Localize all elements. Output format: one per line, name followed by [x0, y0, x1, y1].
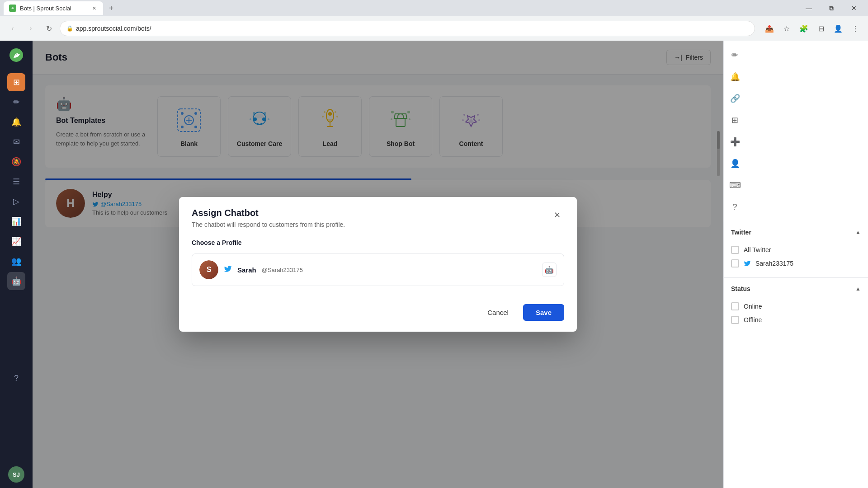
sarah-twitter-option[interactable]: Sarah233175	[731, 257, 861, 270]
profile-row[interactable]: S Sarah @Sarah233175	[192, 253, 564, 286]
sprout-logo[interactable]	[7, 46, 25, 64]
assign-chatbot-modal: Assign Chatbot The chatbot will respond …	[179, 197, 577, 332]
team-icon: 👥	[11, 256, 21, 266]
profile-avatar-initial: S	[199, 260, 218, 279]
right-icon-panel: ✏ 🔔 🔗 ⊞ ➕ 👤 ⌨ ?	[724, 41, 745, 221]
sidebar-item-menu[interactable]: ☰	[7, 173, 25, 191]
compose-icon: ✏	[13, 97, 20, 107]
new-tab-button[interactable]: +	[105, 2, 118, 14]
choose-profile-label: Choose a Profile	[192, 239, 564, 246]
app-container: ⊞ ✏ 🔔 ✉ 🔕 ☰ ▷ 📊 📈 👥 🤖	[0, 41, 868, 488]
back-button[interactable]: ‹	[5, 21, 20, 36]
tab-title: Bots | Sprout Social	[20, 5, 71, 12]
address-bar[interactable]: 🔒 app.sproutsocial.com/bots/	[60, 21, 755, 36]
extension-puzzle-icon[interactable]: 🧩	[797, 21, 811, 36]
bar-chart-icon: 📊	[11, 216, 21, 226]
browser-action-buttons: 📤 ☆ 🧩 ⊟ 👤 ⋮	[762, 21, 863, 36]
twitter-options: All Twitter Sarah233175	[724, 243, 868, 277]
modal-subtitle: The chatbot will respond to customers fr…	[192, 221, 345, 228]
all-twitter-label: All Twitter	[744, 246, 771, 253]
lock-icon: 🔒	[66, 25, 73, 32]
modal-body: Choose a Profile S Sarah @Sarah2	[179, 228, 577, 297]
tab-favicon	[9, 5, 16, 12]
bot-assign-icon: 🤖	[545, 266, 554, 274]
profile-icon[interactable]: 👤	[831, 21, 845, 36]
tab-close-button[interactable]: ✕	[90, 5, 98, 12]
online-status-label: Online	[744, 303, 762, 310]
sarah-twitter-label: Sarah233175	[755, 260, 793, 267]
alert-bell-icon: 🔕	[11, 157, 21, 167]
modal-header: Assign Chatbot The chatbot will respond …	[179, 197, 577, 228]
help-right-icon[interactable]: ?	[728, 200, 742, 214]
window-close-button[interactable]: ✕	[844, 1, 864, 15]
grid-right-icon[interactable]: ⊞	[728, 113, 742, 127]
twitter-chevron-up-icon: ▲	[855, 229, 861, 235]
mail-icon: ✉	[13, 137, 20, 147]
sidebar-item-compose[interactable]: ✏	[7, 93, 25, 111]
status-chevron-up-icon: ▲	[855, 286, 861, 292]
modal-title: Assign Chatbot	[192, 208, 345, 218]
all-twitter-option[interactable]: All Twitter	[731, 243, 861, 257]
user-avatar-button[interactable]: SJ	[8, 466, 24, 483]
link-right-icon[interactable]: 🔗	[728, 91, 742, 106]
all-twitter-checkbox[interactable]	[731, 246, 739, 254]
status-options: Online Offline	[724, 300, 868, 334]
sidebar-item-reports[interactable]: 📈	[7, 232, 25, 250]
profile-name: Sarah	[237, 266, 256, 274]
browser-tab[interactable]: Bots | Sprout Social ✕	[4, 1, 103, 15]
cancel-button[interactable]: Cancel	[478, 304, 518, 321]
sidebar-item-team[interactable]: 👥	[7, 252, 25, 270]
offline-checkbox[interactable]	[731, 316, 739, 324]
bookmark-icon[interactable]: ☆	[779, 21, 794, 36]
sidebar-orange-icon: ⊞	[13, 77, 20, 87]
sidebar-item-help[interactable]: ?	[7, 369, 25, 387]
browser-navigation-bar: ‹ › ↻ 🔒 app.sproutsocial.com/bots/ 📤 ☆ 🧩…	[0, 16, 868, 41]
sidebar-item-notifications[interactable]: 🔔	[7, 113, 25, 131]
save-button[interactable]: Save	[523, 304, 564, 321]
window-controls: — ⧉ ✕	[798, 1, 864, 15]
profile-avatar: S	[199, 260, 218, 279]
browser-titlebar: Bots | Sprout Social ✕ + — ⧉ ✕	[0, 0, 868, 16]
bot-icon: 🤖	[11, 276, 21, 286]
offline-status-option[interactable]: Offline	[731, 313, 861, 327]
offline-status-label: Offline	[744, 316, 762, 324]
window-maximize-button[interactable]: ⧉	[821, 1, 842, 15]
sidebar-item-bots[interactable]: 🤖	[7, 272, 25, 290]
reload-button[interactable]: ↻	[42, 21, 56, 36]
bell-right-icon[interactable]: 🔔	[728, 70, 742, 84]
line-chart-icon: 📈	[11, 236, 21, 246]
cast-icon[interactable]: 📤	[762, 21, 777, 36]
modal-overlay[interactable]: Assign Chatbot The chatbot will respond …	[33, 41, 723, 488]
compose-right-icon[interactable]: ✏	[728, 48, 742, 62]
profile-handle: @Sarah233175	[262, 267, 303, 273]
sidebar-split-icon[interactable]: ⊟	[814, 21, 828, 36]
add-profile-right-icon[interactable]: ➕	[728, 135, 742, 149]
sidebar-item-messages[interactable]: ✉	[7, 133, 25, 151]
left-sidebar: ⊞ ✏ 🔔 ✉ 🔕 ☰ ▷ 📊 📈 👥 🤖	[0, 41, 33, 488]
twitter-section-header[interactable]: Twitter ▲	[724, 221, 868, 243]
forward-button[interactable]: ›	[24, 21, 38, 36]
modal-header-text: Assign Chatbot The chatbot will respond …	[192, 208, 345, 228]
status-section-header[interactable]: Status ▲	[724, 278, 868, 300]
sarah-twitter-checkbox[interactable]	[731, 259, 739, 267]
address-text: app.sproutsocial.com/bots/	[76, 25, 151, 32]
twitter-account-icon	[744, 260, 751, 267]
status-filter-section: Status ▲ Online Offline	[724, 278, 868, 334]
profile-bot-assign-icon[interactable]: 🤖	[542, 263, 557, 277]
send-icon: ▷	[13, 197, 19, 206]
right-panel-content: Twitter ▲ All Twitter Sarah233175	[724, 221, 868, 488]
people-right-icon[interactable]: 👤	[728, 156, 742, 171]
sidebar-item-analytics[interactable]: 📊	[7, 212, 25, 230]
sidebar-item-publish[interactable]: ▷	[7, 192, 25, 211]
main-content-area: Bots →| Filters 🤖 Bot Templates Create a…	[33, 41, 723, 488]
window-minimize-button[interactable]: —	[798, 1, 819, 15]
keyboard-right-icon[interactable]: ⌨	[728, 178, 742, 192]
online-checkbox[interactable]	[731, 302, 739, 310]
status-section-title: Status	[731, 285, 750, 292]
modal-close-button[interactable]: ✕	[550, 208, 564, 222]
sidebar-item-alerts[interactable]: 🔕	[7, 153, 25, 171]
sidebar-item-orange[interactable]: ⊞	[7, 73, 25, 91]
online-status-option[interactable]: Online	[731, 300, 861, 313]
menu-dots-icon[interactable]: ⋮	[848, 21, 863, 36]
user-initials: SJ	[13, 471, 20, 478]
